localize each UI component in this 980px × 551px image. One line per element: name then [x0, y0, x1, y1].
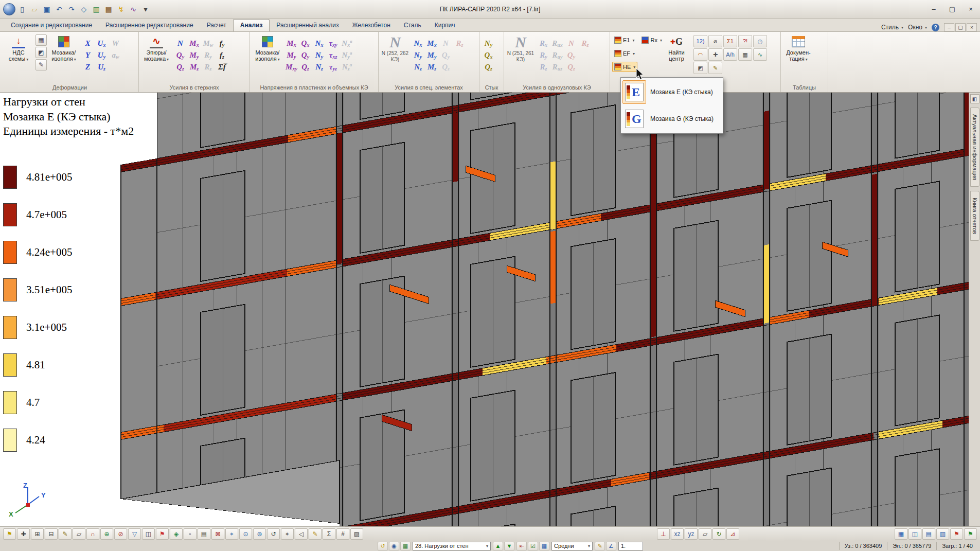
epure-mosaic-button[interactable]: ∿ Эпюры/мозаика▾ — [141, 33, 172, 64]
ribbon-letter-button[interactable]: τxz — [326, 49, 340, 61]
doc-close-button[interactable]: × — [967, 23, 977, 31]
view-dimetry-icon[interactable]: ▱ — [699, 528, 711, 540]
ribbon-letter-button[interactable]: Nx — [312, 38, 326, 49]
model-3d-icon[interactable]: ◇ — [78, 4, 90, 15]
pencil-icon[interactable]: ✎ — [35, 59, 47, 70]
undo-icon[interactable]: ↶ — [54, 4, 65, 15]
manual-icon[interactable]: ▤ — [103, 4, 114, 15]
sum-results-icon[interactable]: Σ1 — [723, 35, 737, 47]
single-node-forces-button[interactable]: N N (251, 261 КЭ) — [506, 33, 535, 62]
ribbon-letter-button[interactable]: Z — [81, 61, 95, 73]
ribbon-letter-button[interactable]: Mx — [187, 38, 201, 49]
add-select-icon[interactable]: ⊕ — [100, 528, 113, 540]
special-forces-button[interactable]: N N (252, 262 КЭ) — [381, 33, 409, 62]
view-plan-icon[interactable]: xz — [671, 528, 684, 540]
ribbon-letter-button[interactable]: X — [81, 38, 95, 49]
graph-icon[interactable]: ∿ — [753, 48, 767, 61]
find-center-button[interactable]: ✚G Найти центр — [661, 33, 692, 63]
rainbow-scale-icon[interactable]: ◠ — [693, 48, 707, 61]
mesh-icon[interactable]: ▦ — [738, 48, 752, 61]
ribbon-letter-button[interactable]: Qz — [173, 61, 187, 73]
shade-icon[interactable]: ▨ — [350, 528, 363, 540]
help-button[interactable]: ? — [932, 24, 939, 31]
ribbon-letter-button[interactable]: Qz — [439, 61, 453, 73]
third-window-icon[interactable]: ▤ — [922, 528, 935, 540]
restore-view-icon[interactable]: ↺ — [267, 528, 280, 540]
grid-window-icon[interactable]: ▥ — [936, 528, 949, 540]
ribbon-letter-button[interactable]: Nz — [312, 61, 326, 73]
mosaic-menu-item[interactable]: E Мозаика E (КЭ стыка) — [621, 79, 723, 105]
green-flag-icon[interactable]: ⚑ — [964, 528, 977, 540]
ribbon-letter-button[interactable]: fy — [215, 38, 229, 49]
draw-plate-icon[interactable]: ▱ — [73, 528, 85, 540]
e1-mosaic-button[interactable]: E1▾ — [612, 35, 636, 45]
apply-check-icon[interactable]: ☑ — [528, 542, 538, 550]
first-load-icon[interactable]: ⇤ — [516, 542, 527, 550]
check-results-icon[interactable]: ?! — [738, 35, 752, 47]
ribbon-letter-button[interactable]: My — [425, 49, 439, 61]
mosaic-menu-item[interactable]: G Мозаика G (КЭ стыка) — [621, 105, 723, 132]
zoom-window-icon[interactable]: ⊚ — [253, 528, 266, 540]
doc-restore-button[interactable]: ▢ — [955, 23, 966, 31]
ribbon-letter-button[interactable]: Rz — [201, 61, 215, 73]
ribbon-letter-button[interactable]: Mxy — [284, 61, 298, 73]
isofields-icon[interactable]: ◩ — [693, 62, 707, 74]
ribbon-letter-button[interactable]: Qz — [564, 61, 578, 73]
ribbon-letter-button[interactable] — [453, 61, 467, 73]
erase-icon[interactable]: ⊠ — [211, 528, 224, 540]
ribbon-letter-button[interactable]: fz — [215, 49, 229, 61]
reference-books-icon[interactable]: ▥ — [91, 4, 102, 15]
open-folder-icon[interactable]: ▱ — [29, 4, 40, 15]
move-view-icon[interactable]: ⌖ — [281, 528, 294, 540]
ribbon-letter-button[interactable]: N — [439, 38, 453, 49]
filter-icon[interactable]: ▽ — [128, 528, 141, 540]
magnet-icon[interactable]: ∩ — [86, 528, 99, 540]
documentation-button[interactable]: Докумен-тация▾ — [783, 33, 814, 64]
view-isometry-icon[interactable]: ⊿ — [726, 528, 739, 540]
ribbon-tab[interactable]: Создание и редактирование — [4, 20, 99, 31]
view-front-icon[interactable]: ⊥ — [657, 528, 670, 540]
ribbon-letter-button[interactable]: Rx — [537, 38, 550, 49]
ribbon-letter-button[interactable]: Σf̅ — [215, 61, 229, 73]
ribbon-letter-button[interactable]: Ny — [312, 49, 326, 61]
unselect-icon[interactable]: ⊘ — [114, 528, 127, 540]
mosaic-mode-icon[interactable]: ▦ — [539, 542, 549, 550]
node-select-icon[interactable]: ▫ — [184, 528, 197, 540]
ribbon-letter-button[interactable]: aw — [109, 49, 122, 61]
ribbon-tab[interactable]: Кирпич — [428, 20, 462, 31]
ribbon-letter-button[interactable]: Qy — [564, 49, 578, 61]
ribbon-letter-button[interactable]: Ux — [95, 38, 109, 49]
circle-select-icon[interactable]: ⌀ — [708, 35, 722, 47]
ribbon-letter-button[interactable]: Rz — [453, 38, 467, 49]
mode-select[interactable]: Средни ▾ — [551, 542, 593, 550]
ribbon-letter-button[interactable] — [109, 61, 122, 73]
mark-flag-icon[interactable]: ⚑ — [156, 528, 169, 540]
ribbon-letter-button[interactable]: Rux — [550, 38, 564, 49]
doc-minimize-button[interactable]: – — [944, 23, 954, 31]
panel-expand-icon[interactable]: ◧ — [970, 94, 979, 103]
ribbon-letter-button[interactable]: Qz — [298, 61, 312, 73]
element-select-icon[interactable]: ▤ — [198, 528, 210, 540]
ribbon-letter-button[interactable]: Ny — [482, 38, 495, 49]
next-loadcase-icon[interactable]: ▼ — [504, 542, 514, 550]
units-icon[interactable]: A/h — [723, 48, 737, 61]
maximize-button[interactable]: ▢ — [943, 2, 961, 16]
ribbon-tab[interactable]: Расширенное редактирование — [99, 20, 200, 31]
select-by-number-icon[interactable]: 12) — [693, 35, 707, 47]
style-menu[interactable]: Стиль▾ — [881, 24, 903, 31]
ribbon-tab[interactable]: Железобетон — [345, 20, 397, 31]
history-icon[interactable]: ◷ — [753, 35, 767, 47]
pan-icon[interactable]: ✚ — [17, 528, 30, 540]
window-menu[interactable]: Окно▾ — [908, 24, 927, 31]
tools-icon[interactable]: ✚ — [708, 48, 722, 61]
app-logo-icon[interactable] — [3, 3, 15, 15]
rx-mosaic-button[interactable]: Rx▾ — [639, 35, 664, 45]
mesh-toggle-icon[interactable]: ▦ — [400, 542, 411, 550]
ribbon-letter-button[interactable]: Y — [81, 49, 95, 61]
ribbon-letter-button[interactable]: Qy — [439, 49, 453, 61]
ribbon-letter-button[interactable]: Mz — [425, 61, 439, 73]
ribbon-letter-button[interactable]: Uy — [95, 49, 109, 61]
ribbon-letter-button[interactable]: Qy — [298, 49, 312, 61]
previous-view-icon[interactable]: ◁ — [295, 528, 308, 540]
ribbon-letter-button[interactable] — [453, 49, 467, 61]
